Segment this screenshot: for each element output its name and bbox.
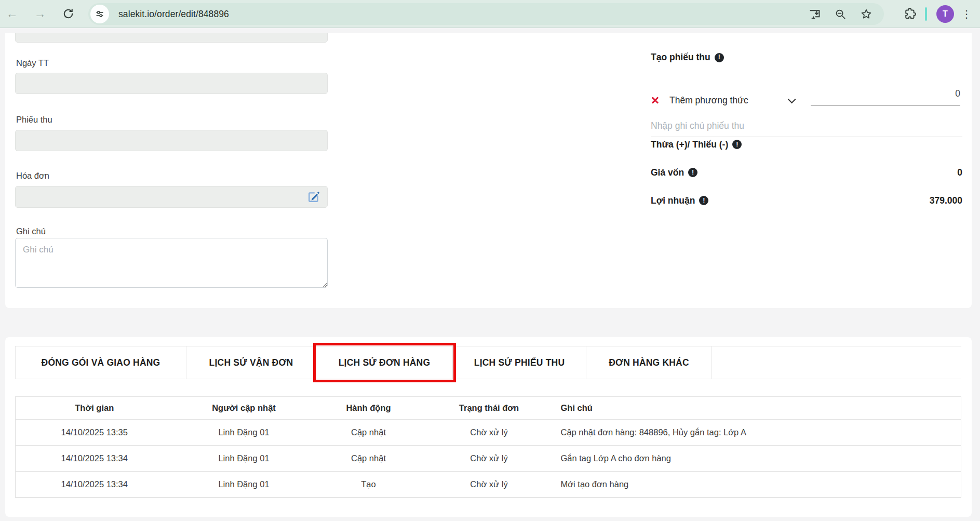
ngay-tt-label: Ngày TT bbox=[16, 58, 49, 68]
bookmark-star-icon[interactable] bbox=[860, 8, 872, 20]
col-thoi-gian: Thời gian bbox=[16, 397, 173, 420]
cell-user: Linh Đặng 01 bbox=[173, 446, 315, 472]
surplus-label: Thừa (+)/ Thiếu (-) bbox=[651, 139, 728, 150]
cell-time: 14/10/2025 13:35 bbox=[16, 420, 173, 446]
omnibox[interactable]: salekit.io/order/edit/848896 bbox=[88, 3, 884, 25]
history-row: 14/10/2025 13:34 Linh Đặng 01 Tạo Chờ xử… bbox=[16, 472, 961, 498]
tab-bar-filler bbox=[712, 346, 961, 379]
tab-dong-goi-va-giao-hang[interactable]: ĐÓNG GÓI VÀ GIAO HÀNG bbox=[15, 346, 186, 379]
cost-value: 0 bbox=[957, 167, 962, 178]
remove-method-icon[interactable] bbox=[651, 96, 659, 104]
info-icon[interactable]: ! bbox=[688, 168, 697, 177]
col-hanh-dong: Hành động bbox=[315, 397, 423, 420]
cell-action: Cập nhật bbox=[315, 420, 423, 446]
col-trang-thai-don: Trạng thái đơn bbox=[423, 397, 556, 420]
hoa-don-input bbox=[15, 186, 328, 208]
zoom-icon[interactable] bbox=[835, 8, 847, 20]
cell-time: 14/10/2025 13:34 bbox=[16, 472, 173, 498]
cell-note: Mới tạo đơn hàng bbox=[556, 472, 961, 498]
order-form-card: Ngày TT Phiếu thu Hóa đơn Ghi chú Tạo ph… bbox=[5, 33, 972, 308]
history-row: 14/10/2025 13:34 Linh Đặng 01 Cập nhật C… bbox=[16, 446, 961, 472]
cell-status: Chờ xử lý bbox=[423, 472, 556, 498]
ghi-chu-label: Ghi chú bbox=[16, 226, 46, 236]
cost-label: Giá vốn bbox=[651, 167, 684, 178]
history-header-row: Thời gian Người cập nhật Hành động Trạng… bbox=[16, 397, 961, 420]
payment-title: Tạo phiếu thu ! bbox=[651, 52, 724, 63]
phieu-thu-input bbox=[15, 130, 328, 151]
profile-avatar[interactable]: T bbox=[936, 5, 954, 23]
amount-input[interactable]: 0 bbox=[811, 77, 960, 106]
cost-row: Giá vốn ! 0 bbox=[651, 163, 962, 182]
ngay-tt-input bbox=[15, 73, 328, 94]
info-icon[interactable]: ! bbox=[699, 196, 708, 205]
profit-label: Lợi nhuận bbox=[651, 195, 695, 206]
receipt-note-input[interactable]: Nhập ghi chú phiếu thu bbox=[651, 115, 962, 137]
install-app-icon[interactable] bbox=[809, 8, 821, 20]
info-icon[interactable]: ! bbox=[715, 53, 724, 62]
back-icon[interactable]: ← bbox=[3, 5, 21, 23]
col-ghi-chu: Ghi chú bbox=[556, 397, 961, 420]
phieu-thu-label: Phiếu thu bbox=[16, 115, 52, 125]
extensions-icon[interactable] bbox=[903, 7, 917, 21]
cell-note: Gắn tag Lớp A cho đơn hàng bbox=[556, 446, 961, 472]
cell-user: Linh Đặng 01 bbox=[173, 472, 315, 498]
url-input[interactable]: salekit.io/order/edit/848896 bbox=[118, 9, 809, 20]
reload-icon[interactable] bbox=[59, 5, 77, 23]
tab-lich-su-don-hang[interactable]: LỊCH SỬ ĐƠN HÀNG bbox=[316, 346, 453, 379]
forward-icon[interactable]: → bbox=[31, 5, 49, 23]
tab-lich-su-phieu-thu[interactable]: LỊCH SỬ PHIẾU THU bbox=[453, 346, 586, 379]
edit-invoice-icon[interactable] bbox=[306, 190, 321, 204]
tab-don-hang-khac[interactable]: ĐƠN HÀNG KHÁC bbox=[586, 346, 712, 379]
tab-lich-su-van-don[interactable]: LỊCH SỬ VẬN ĐƠN bbox=[186, 346, 316, 379]
chevron-down-icon bbox=[787, 95, 796, 103]
cell-user: Linh Đặng 01 bbox=[173, 420, 315, 446]
site-settings-icon[interactable] bbox=[90, 5, 109, 23]
cell-note: Cập nhật đơn hàng: 848896, Hủy gắn tag: … bbox=[556, 420, 961, 446]
info-icon[interactable]: ! bbox=[732, 140, 742, 149]
clipped-field bbox=[15, 33, 328, 43]
history-card: ĐÓNG GÓI VÀ GIAO HÀNG LỊCH SỬ VẬN ĐƠN LỊ… bbox=[5, 337, 972, 517]
hoa-don-label: Hóa đơn bbox=[16, 171, 49, 181]
browser-toolbar: ← → salekit.io/order/edit/848896 bbox=[0, 0, 980, 28]
cell-status: Chờ xử lý bbox=[423, 446, 556, 472]
tab-bar: ĐÓNG GÓI VÀ GIAO HÀNG LỊCH SỬ VẬN ĐƠN LỊ… bbox=[15, 346, 961, 379]
profit-value: 379.000 bbox=[930, 195, 962, 206]
method-select[interactable]: Thêm phương thức bbox=[669, 95, 748, 106]
history-row: 14/10/2025 13:35 Linh Đặng 01 Cập nhật C… bbox=[16, 420, 961, 446]
cell-status: Chờ xử lý bbox=[423, 420, 556, 446]
payment-method-row: Thêm phương thức bbox=[651, 90, 794, 111]
ghi-chu-textarea[interactable] bbox=[15, 238, 328, 288]
cell-time: 14/10/2025 13:34 bbox=[16, 446, 173, 472]
cell-action: Cập nhật bbox=[315, 446, 423, 472]
profit-row: Lợi nhuận ! 379.000 bbox=[651, 191, 962, 210]
col-nguoi-cap-nhat: Người cập nhật bbox=[173, 397, 315, 420]
cell-action: Tạo bbox=[315, 472, 423, 498]
menu-kebab-icon[interactable]: ⋮ bbox=[961, 8, 972, 20]
history-table: Thời gian Người cập nhật Hành động Trạng… bbox=[15, 396, 961, 498]
theme-accent-bar bbox=[925, 7, 927, 21]
surplus-row: Thừa (+)/ Thiếu (-) ! bbox=[651, 135, 962, 154]
payment-panel: Tạo phiếu thu ! Thêm phương thức 0 Nhập … bbox=[651, 33, 962, 308]
